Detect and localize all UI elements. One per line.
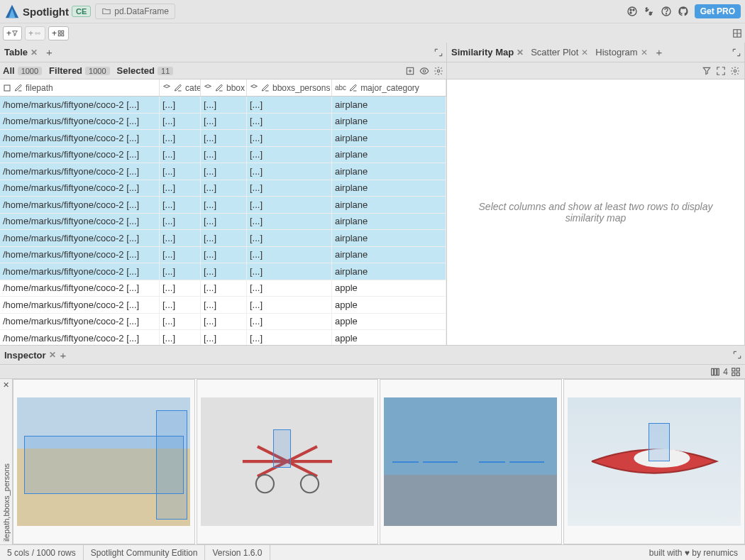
inspector-card[interactable] — [380, 379, 562, 544]
add-link-button[interactable]: + — [25, 26, 45, 40]
inspector-card[interactable] — [563, 379, 746, 544]
filter-filtered[interactable]: Filtered1000 — [49, 65, 109, 76]
similarity-panel: Similarity Map✕ Scatter Plot✕ Histogram✕… — [447, 43, 745, 345]
close-icon[interactable]: ✕ — [517, 48, 524, 57]
gear-icon[interactable] — [730, 66, 740, 76]
table-row[interactable]: /home/markus/fiftyone/coco-2 [...][...][… — [0, 280, 446, 297]
topbar-actions: 13 Get PRO — [627, 4, 741, 18]
svg-rect-12 — [58, 31, 60, 33]
svg-point-18 — [423, 70, 426, 72]
column-bbox[interactable]: bbox — [201, 79, 247, 96]
tab-table[interactable]: Table✕ — [3, 47, 39, 57]
tab-histogram[interactable]: Histogram✕ — [594, 47, 649, 57]
table-row[interactable]: /home/markus/fiftyone/coco-2 [...][...][… — [0, 330, 446, 345]
get-pro-button[interactable]: Get PRO — [695, 4, 741, 18]
close-icon[interactable]: ✕ — [31, 48, 38, 57]
table-row[interactable]: /home/markus/fiftyone/coco-2 [...][...][… — [0, 130, 446, 147]
table-row[interactable]: /home/markus/fiftyone/coco-2 [...][...][… — [0, 314, 446, 331]
svg-point-11 — [38, 32, 40, 34]
inspector-count: 4 — [723, 367, 728, 377]
tab-scatter-plot[interactable]: Scatter Plot✕ — [529, 47, 590, 57]
app-logo: Spotlight CE — [4, 4, 91, 19]
table-row[interactable]: /home/markus/fiftyone/coco-2 [...][...][… — [0, 180, 446, 197]
table-body[interactable]: /home/markus/fiftyone/coco-2 [...][...][… — [0, 97, 446, 345]
add-column-icon[interactable] — [405, 66, 415, 76]
column-filepath[interactable]: filepath — [0, 79, 160, 96]
close-icon[interactable]: ✕ — [3, 380, 9, 390]
status-cols: 5 cols / 1000 rows — [0, 545, 84, 560]
add-tab-button[interactable]: + — [653, 46, 666, 58]
svg-point-29 — [256, 475, 274, 493]
inspector-sidebar: ✕ ilepath,bboxs_persons — [0, 379, 13, 544]
table-row[interactable]: /home/markus/fiftyone/coco-2 [...][...][… — [0, 230, 446, 247]
help-icon[interactable] — [661, 6, 672, 17]
grid-icon[interactable] — [731, 367, 741, 377]
tab-similarity-map[interactable]: Similarity Map✕ — [450, 47, 525, 57]
column-categ[interactable]: categ — [160, 79, 201, 96]
table-panel: Table✕ + All1000 Filtered1000 Selected11… — [0, 43, 447, 345]
status-credit: built with ♥ by renumics — [642, 548, 745, 558]
filter-count-icon[interactable]: 13 — [644, 6, 655, 17]
close-icon[interactable]: ✕ — [581, 48, 588, 57]
layout-icon[interactable] — [732, 28, 742, 38]
inspector-side-label: ilepath,bboxs_persons — [2, 463, 11, 542]
table-filter-row: All1000 Filtered1000 Selected11 — [0, 62, 446, 79]
add-tab-button[interactable]: + — [57, 349, 70, 361]
statusbar: 5 cols / 1000 rows Spotlight Community E… — [0, 544, 745, 560]
add-tab-button[interactable]: + — [43, 46, 55, 58]
inspector-panel: Inspector✕ + 4 ✕ ilepath,bboxs_persons — [0, 345, 745, 544]
close-icon[interactable]: ✕ — [49, 350, 56, 360]
spotlight-logo-icon — [4, 4, 20, 19]
folder-icon — [101, 6, 111, 16]
inspector-card[interactable] — [13, 379, 195, 544]
svg-point-9 — [666, 13, 666, 14]
close-icon[interactable]: ✕ — [641, 48, 648, 57]
svg-rect-14 — [58, 33, 60, 35]
svg-rect-24 — [717, 368, 719, 375]
expand-icon[interactable] — [732, 350, 742, 360]
columns-icon[interactable] — [710, 367, 720, 377]
column-bboxs-persons[interactable]: bboxs_persons — [247, 79, 332, 96]
github-icon[interactable] — [678, 6, 689, 17]
data-source-box[interactable]: pd.DataFrame — [95, 4, 175, 19]
svg-rect-22 — [712, 368, 714, 375]
table-row[interactable]: /home/markus/fiftyone/coco-2 [...][...][… — [0, 97, 446, 114]
gear-icon[interactable] — [434, 66, 443, 76]
inspector-toolbar: 4 — [0, 365, 745, 379]
svg-rect-23 — [714, 368, 717, 375]
table-row[interactable]: /home/markus/fiftyone/coco-2 [...][...][… — [0, 214, 446, 231]
svg-point-4 — [633, 9, 634, 11]
expand-icon[interactable] — [434, 48, 443, 57]
table-row[interactable]: /home/markus/fiftyone/coco-2 [...][...][… — [0, 197, 446, 214]
table-row[interactable]: /home/markus/fiftyone/coco-2 [...][...][… — [0, 114, 446, 131]
tab-inspector[interactable]: Inspector✕ — [3, 350, 57, 361]
svg-point-5 — [630, 12, 631, 13]
table-header: filepath categ bbox bboxs_persons abcmaj… — [0, 79, 446, 97]
app-name: Spotlight — [23, 6, 69, 18]
fit-icon[interactable] — [716, 66, 726, 76]
expand-icon[interactable] — [732, 48, 741, 57]
table-row[interactable]: /home/markus/fiftyone/coco-2 [...][...][… — [0, 163, 446, 180]
table-row[interactable]: /home/markus/fiftyone/coco-2 [...][...][… — [0, 147, 446, 164]
svg-point-21 — [734, 70, 736, 72]
filter-selected[interactable]: Selected11 — [117, 65, 174, 76]
eye-icon[interactable] — [419, 66, 429, 76]
status-version: Version 1.6.0 — [205, 545, 270, 560]
status-edition: Spotlight Community Edition — [84, 545, 206, 560]
add-layout-button[interactable]: + — [48, 26, 69, 40]
svg-point-30 — [301, 475, 319, 493]
table-row[interactable]: /home/markus/fiftyone/coco-2 [...][...][… — [0, 263, 446, 280]
palette-icon[interactable] — [627, 6, 638, 17]
add-filter-button[interactable]: + — [3, 26, 22, 40]
table-row[interactable]: /home/markus/fiftyone/coco-2 [...][...][… — [0, 247, 446, 264]
svg-point-3 — [630, 9, 631, 11]
filter-icon[interactable] — [702, 66, 712, 76]
svg-point-2 — [628, 7, 636, 16]
table-row[interactable]: /home/markus/fiftyone/coco-2 [...][...][… — [0, 297, 446, 314]
inspector-card[interactable] — [197, 379, 379, 544]
svg-rect-28 — [736, 373, 739, 375]
filter-all[interactable]: All1000 — [3, 65, 42, 76]
inspector-cards — [13, 379, 745, 544]
data-source-label: pd.DataFrame — [114, 6, 169, 16]
column-major-category[interactable]: abcmajor_category — [332, 79, 446, 96]
